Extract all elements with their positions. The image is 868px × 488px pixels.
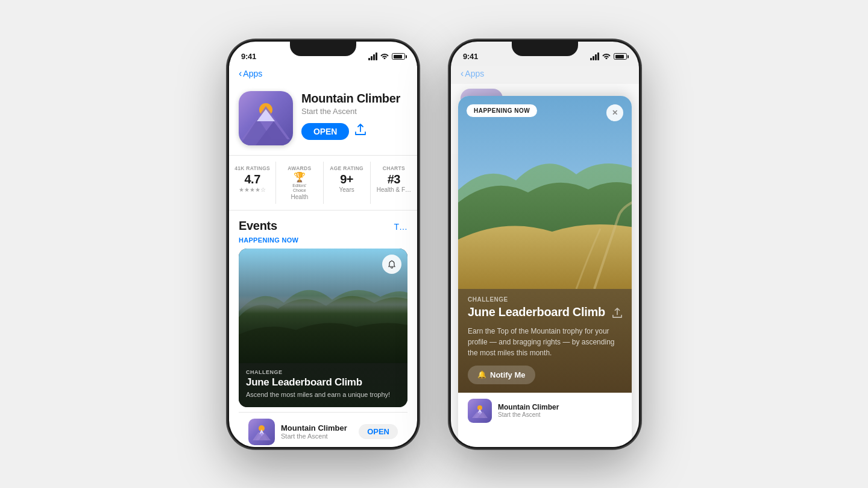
signal-bar-2-1 [590,58,592,60]
event-type-1: CHALLENGE [246,369,400,375]
notch-1 [290,42,356,56]
rating-item-age: AGE RATING 9+ Years [324,162,371,204]
close-button[interactable]: ✕ [606,104,623,121]
wifi-icon-1 [380,52,389,60]
mini-app-bottom-2: Mountain Climber Start the Ascent [458,393,632,429]
notify-me-button[interactable]: 🔔 Notify Me [468,366,535,384]
mini-app-name-1: Mountain Climber [281,423,353,433]
rating-item-awards: AWARDS 🏆 Editors'Choice Health [276,162,323,204]
rating-item-ratings: 41K RATINGS 4.7 ★★★★☆ [229,162,276,204]
phone-2: 9:41 [448,39,641,449]
signal-bars-1 [368,52,377,60]
battery-fill-2 [615,55,624,59]
editors-badge: Editors'Choice [292,183,306,194]
back-label-1: Apps [243,69,262,78]
app-header-1: Mountain Climber Start the Ascent OPEN [229,84,417,156]
back-label-2-bg: Apps [465,69,484,78]
nav-bar-1: ‹ Apps [229,66,417,84]
happening-now-label: HAPPENING NOW [239,236,407,244]
age-value: 9+ [340,173,353,186]
chevron-icon-2-bg: ‹ [461,68,464,79]
phone1-content: ‹ Apps [229,66,417,447]
share-button-1[interactable] [355,124,366,139]
phone-1: 9:41 [227,39,420,449]
app-icon-scene [239,91,293,145]
section-title: Events [239,219,277,233]
happening-now-text: HAPPENING NOW [474,107,530,114]
battery-fill-1 [394,55,402,59]
notify-bell-icon: 🔔 [477,370,486,379]
mini-app-info-1: Mountain Climber Start the Ascent [281,423,353,440]
nav-bar-2-bg: ‹ Apps [451,66,639,84]
phone2-content: ‹ Apps Mountain Climber [451,66,639,447]
event-detail-header: HAPPENING NOW ✕ [458,96,632,289]
signal-bar-2 [371,56,373,60]
status-time-2: 9:41 [463,52,478,61]
event-detail-title: June Leaderboard Climb [468,305,612,319]
mini-open-button-1[interactable]: OPEN [359,424,398,439]
battery-icon-2 [614,53,627,60]
charts-value: #3 [388,173,400,186]
event-detail-type: CHALLENGE [468,296,622,303]
app-actions-1: OPEN [301,123,407,140]
share-button-2[interactable] [612,305,622,321]
app-name-1: Mountain Climber [301,91,407,106]
mini-app-info-2: Mountain Climber Start the Ascent [498,403,559,418]
app-info-1: Mountain Climber Start the Ascent OPEN [301,91,407,140]
app-icon-1 [239,91,293,145]
event-detail-desc: Earn the Top of the Mountain trophy for … [468,326,622,358]
awards-label: AWARDS [288,165,311,171]
trophy-icon: 🏆 [294,171,306,183]
signal-bars-2 [590,52,599,60]
mini-app-row-1: Mountain Climber Start the Ascent OPEN [239,412,407,447]
wifi-icon-2 [602,52,611,60]
status-icons-2 [590,52,627,60]
mini-app-name-2: Mountain Climber [498,403,559,411]
charts-label: CHARTS [383,165,405,171]
age-label: AGE RATING [330,165,363,171]
signal-bar-2-4 [597,52,599,60]
mini-app-sub-2: Start the Ascent [498,411,559,418]
open-button-1[interactable]: OPEN [301,123,349,140]
event-overlay-1: CHALLENGE June Leaderboard Climb Ascend … [239,363,407,407]
chevron-left-icon-1: ‹ [239,68,242,79]
mini-app-sub-1: Start the Ascent [281,433,353,440]
notify-label: Notify Me [490,370,526,379]
mini-app-icon-1 [248,419,275,445]
ratings-label: 41K RATINGS [234,165,270,171]
signal-bar-2-3 [595,54,597,60]
battery-icon-1 [392,53,405,60]
event-desc-1: Ascend the most miles and earn a unique … [246,390,400,399]
charts-sub: Health & F… [377,186,411,193]
signal-bar-1 [368,58,370,60]
back-button-1[interactable]: ‹ Apps [239,68,262,79]
signal-bar-4 [376,52,377,60]
signal-bar-2-2 [593,56,594,60]
editors-choice: 🏆 Editors'Choice [292,171,306,194]
happening-now-badge: HAPPENING NOW [467,104,537,117]
event-image-1 [239,249,407,363]
age-sub: Years [339,186,354,193]
rating-item-charts: CHARTS #3 Health & F… [371,162,417,204]
section-header: Events T… [239,219,407,233]
event-card-1[interactable]: CHALLENGE June Leaderboard Climb Ascend … [239,249,407,407]
status-time-1: 9:41 [241,52,256,61]
see-all-button[interactable]: T… [394,222,407,232]
awards-sub: Health [291,194,308,200]
event-detail-card: HAPPENING NOW ✕ CHALLENGE June Leaderboa… [458,96,632,447]
mountain-right [256,121,292,145]
notch-2 [512,42,578,56]
mini-app-icon-2 [468,399,492,423]
event-detail-title-row: June Leaderboard Climb [468,305,622,321]
ratings-row-1: 41K RATINGS 4.7 ★★★★☆ AWARDS 🏆 Editors'C… [229,156,417,211]
status-icons-1 [368,52,405,60]
event-title-1: June Leaderboard Climb [246,376,400,388]
back-button-2-bg: ‹ Apps [461,68,484,79]
events-section: Events T… HAPPENING NOW [229,211,417,446]
ratings-stars: ★★★★☆ [239,186,266,193]
app-subtitle-1: Start the Ascent [301,107,407,116]
signal-bar-3 [373,54,375,60]
snow-icon [257,109,275,121]
event-detail-body: CHALLENGE June Leaderboard Climb Earn th… [458,288,632,393]
ratings-value: 4.7 [244,173,260,186]
